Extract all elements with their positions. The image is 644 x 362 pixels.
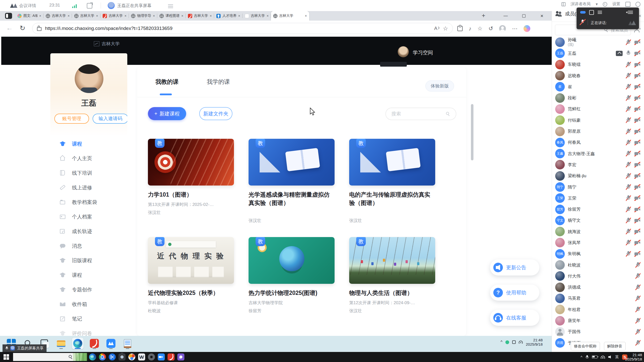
member-row[interactable]: 王荣 王荣 xyxy=(552,193,644,204)
mic-muted-icon[interactable] xyxy=(626,106,631,112)
mic-muted-icon[interactable] xyxy=(626,206,631,212)
taskbar-app-icon[interactable] xyxy=(128,353,135,360)
member-row[interactable]: 付钰豪 xyxy=(552,115,644,126)
minimize-panel-icon[interactable] xyxy=(580,11,586,14)
member-row[interactable]: 王磊 王磊 xyxy=(552,48,644,59)
show-desktop-button[interactable] xyxy=(643,352,644,362)
course-title[interactable]: 物理与人类生活（图谱） xyxy=(349,289,435,297)
taskbar-app-icon[interactable] xyxy=(148,353,155,360)
taskbar-app-icon[interactable] xyxy=(177,353,184,360)
tab-close-icon[interactable]: × xyxy=(238,14,240,18)
mic-muted-icon[interactable] xyxy=(626,151,631,157)
member-row[interactable]: 王鑫 吉大物理-王鑫 xyxy=(552,148,644,159)
camera-muted-icon[interactable] xyxy=(634,117,640,123)
mic-muted-icon[interactable] xyxy=(626,73,631,79)
camera-muted-icon[interactable] xyxy=(634,95,640,101)
window-icon[interactable] xyxy=(589,10,594,15)
member-row[interactable]: 唐笑年 xyxy=(552,315,644,326)
tab-close-icon[interactable]: × xyxy=(39,14,41,18)
course-cover-image[interactable]: 教 xyxy=(349,139,435,186)
sidebar-menu-item[interactable]: 评价问卷 xyxy=(50,326,127,336)
rename-button[interactable]: 修改会中昵称 xyxy=(571,342,600,350)
camera-muted-icon[interactable] xyxy=(634,106,640,112)
course-card[interactable]: 教 光学遥感成像与精密测量虚拟仿真实验（图谱） 张汉壮 xyxy=(249,139,335,223)
course-card[interactable]: 教 力学101（图谱） 第13次开课 开课时间：2025-02-… 张汉壮 xyxy=(148,139,234,223)
mic-muted-icon[interactable] xyxy=(635,306,640,312)
sidebar-menu-item[interactable]: 个人主页 xyxy=(50,151,127,166)
sidebar-menu-item[interactable]: 笔记 xyxy=(50,311,127,326)
camera-muted-icon[interactable] xyxy=(634,62,640,67)
tray-expand-icon[interactable]: ^ xyxy=(581,355,582,359)
camera-muted-icon[interactable] xyxy=(634,229,640,234)
member-row[interactable]: 马英君 xyxy=(552,293,644,304)
course-cover-image[interactable]: 教 xyxy=(148,139,234,186)
floating-action-button[interactable]: ? 使用帮助 xyxy=(490,285,539,301)
mic-muted-icon[interactable] xyxy=(626,251,631,257)
tab-close-icon[interactable]: × xyxy=(210,14,212,18)
page-scrollbar[interactable] xyxy=(471,104,473,160)
course-cover-image[interactable]: 教 xyxy=(349,237,435,284)
tab-close-icon[interactable]: × xyxy=(153,14,155,18)
browser-tab[interactable]: 吉林大学 × xyxy=(44,11,72,21)
learning-space-label[interactable]: 学习空间 xyxy=(413,49,433,56)
camera-muted-icon[interactable] xyxy=(634,129,640,134)
member-row[interactable]: 杜晓波 xyxy=(552,259,644,270)
mic-muted-icon[interactable] xyxy=(626,140,631,146)
member-row[interactable]: 张凤琴 xyxy=(552,237,644,248)
sidebar-menu-item[interactable]: 线下培训 xyxy=(50,166,127,180)
new-folder-button[interactable]: 新建文件夹 xyxy=(199,107,232,120)
member-row[interactable]: 年桂君 xyxy=(552,304,644,315)
course-title[interactable]: 近代物理实验2025（秋季） xyxy=(148,289,234,297)
tab-close-icon[interactable]: × xyxy=(125,14,127,18)
mic-muted-icon[interactable] xyxy=(635,329,640,335)
tab-my-teaching[interactable]: 我教的课 xyxy=(155,78,179,86)
mic-on-icon[interactable] xyxy=(626,50,631,56)
wifi-icon[interactable] xyxy=(601,355,605,359)
course-title[interactable]: 力学101（图谱） xyxy=(148,191,234,199)
course-cover-image[interactable]: 教 xyxy=(249,237,335,284)
speaker-icon[interactable] xyxy=(608,355,612,358)
camera-muted-icon[interactable] xyxy=(634,84,640,89)
mic-muted-icon[interactable] xyxy=(626,117,631,123)
tab-close-icon[interactable]: × xyxy=(267,14,269,18)
taskbar-app-button[interactable] xyxy=(122,338,133,349)
back-icon[interactable]: ← xyxy=(6,24,13,32)
member-row[interactable]: 春凤 何春凤 xyxy=(552,137,644,148)
tab-close-icon[interactable]: × xyxy=(305,14,307,18)
mic-muted-icon[interactable] xyxy=(635,273,640,279)
sidebar-menu-item[interactable]: 教学档案袋 xyxy=(50,195,127,209)
new-tab-button[interactable]: + xyxy=(479,12,488,19)
camera-muted-icon[interactable] xyxy=(634,173,640,179)
browser-tab[interactable]: 人才培养-吉 × xyxy=(214,11,243,21)
invite-code-button[interactable]: 输入邀请码 xyxy=(93,114,127,124)
course-cover-image[interactable]: 教 近 代 物 理 实 验 xyxy=(148,237,234,284)
course-card[interactable]: 教 电的产生与传输原理虚拟仿真实验（图谱） 张汉壮 xyxy=(349,139,435,223)
floating-action-button[interactable]: 更新公告 xyxy=(490,259,539,276)
member-row[interactable]: 迟晓春 xyxy=(552,70,644,81)
window-mode-icon[interactable] xyxy=(625,2,630,7)
tab-close-icon[interactable]: × xyxy=(181,14,183,18)
sidebar-menu-item[interactable]: 课程 xyxy=(50,137,127,151)
history-icon[interactable]: ↺ xyxy=(489,25,493,32)
extensions-icon[interactable] xyxy=(457,26,463,31)
new-course-button[interactable]: + 新建课程 xyxy=(148,107,186,120)
course-card[interactable]: 教 热力学统计物理2025(图谱) 吉林大学物理学院 徐留芳 xyxy=(249,237,335,314)
sidebar-menu-item[interactable]: 专题创作 xyxy=(50,282,127,297)
mic-muted-icon[interactable] xyxy=(635,295,640,301)
taskbar-app-icon[interactable] xyxy=(109,353,116,360)
member-row[interactable]: 姚海波 xyxy=(552,226,644,237)
member-row[interactable]: 隋宁 隋宁 xyxy=(552,182,644,193)
profile-avatar-icon[interactable] xyxy=(499,25,506,32)
tab-close-icon[interactable]: × xyxy=(68,14,70,18)
refresh-icon[interactable]: ↻ xyxy=(20,24,25,32)
chat-status-icon[interactable] xyxy=(505,340,509,344)
taskbar-app-button[interactable] xyxy=(72,338,84,349)
taskbar-app-button[interactable] xyxy=(105,338,117,349)
tab-my-learning[interactable]: 我学的课 xyxy=(207,78,230,86)
sidebar-menu-item[interactable]: 课程 xyxy=(50,268,127,282)
tab-close-icon[interactable]: × xyxy=(96,14,98,18)
member-row[interactable]: 车晓镭 xyxy=(552,59,644,70)
tray-expand-icon[interactable]: ^ xyxy=(501,340,503,344)
ime-language-indicator[interactable]: 英 xyxy=(615,355,619,359)
profile-avatar[interactable] xyxy=(75,64,103,93)
